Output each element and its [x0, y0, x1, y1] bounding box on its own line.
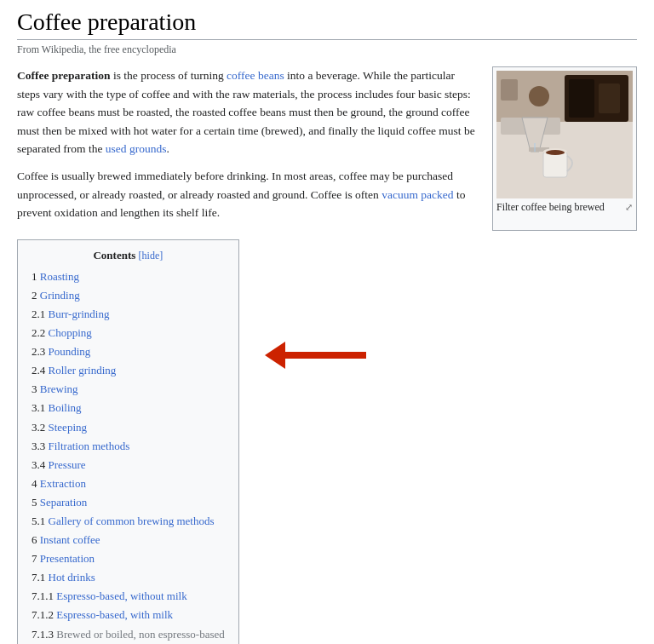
toc-item-2-2: 2.2 Chopping [32, 324, 225, 342]
toc-link-boiling[interactable]: Boiling [49, 401, 82, 414]
toc-link-pressure[interactable]: Pressure [49, 458, 86, 471]
toc-item-5-1: 5.1 Gallery of common brewing methods [32, 512, 225, 531]
coffee-image [496, 71, 633, 198]
toc-item-2-1: 2.1 Burr-grinding [32, 305, 225, 324]
svg-rect-3 [569, 79, 594, 118]
caption-row: Filter coffee being brewed ⤢ [496, 198, 633, 214]
toc-item-3-4: 3.4 Pressure [32, 456, 225, 474]
toc-item-2-3: 2.3 Pounding [32, 342, 225, 361]
vacuum-packed-link[interactable]: vacuum packed [382, 188, 453, 201]
toc-link-gallery[interactable]: Gallery of common brewing methods [49, 515, 215, 527]
intro-bold: Coffee preparation [17, 69, 111, 82]
page-wrapper: Coffee preparation From Wikipedia, the f… [0, 0, 654, 644]
toc-link-presentation[interactable]: Presentation [40, 552, 95, 565]
toc-item-3-2: 3.2 Steeping [32, 418, 225, 437]
coffee-image-svg [496, 71, 633, 198]
toc-link-chopping[interactable]: Chopping [49, 326, 92, 339]
toc-item-5: 5 Separation [32, 493, 225, 512]
toc-item-7-1-1: 7.1.1 Espresso-based, without milk [32, 587, 225, 606]
toc-title: Contents [hide] [32, 249, 225, 262]
toc-link-instant-coffee[interactable]: Instant coffee [40, 533, 100, 546]
toc-item-2: 2 Grinding [32, 286, 225, 305]
toc-link-brewed-boiled[interactable]: Brewed or boiled, non espresso-based [56, 628, 224, 641]
infobox-image: Filter coffee being brewed ⤢ [492, 66, 637, 231]
toc-item-6: 6 Instant coffee [32, 531, 225, 549]
content-area: Coffee preparation From Wikipedia, the f… [0, 0, 654, 644]
toc-item-7-1: 7.1 Hot drinks [32, 568, 225, 587]
intro-paragraph-1: Coffee preparation is the process of tur… [17, 66, 479, 158]
toc-item-4: 4 Extraction [32, 474, 225, 493]
svg-point-12 [529, 86, 549, 106]
toc-item-1: 1 Roasting [32, 267, 225, 286]
arrow-line [285, 352, 366, 359]
toc-item-7-1-3: 7.1.3 Brewed or boiled, non espresso-bas… [32, 625, 225, 644]
toc-link-filtration[interactable]: Filtration methods [49, 440, 130, 452]
red-arrow [265, 342, 366, 369]
toc-item-3-3: 3.3 Filtration methods [32, 437, 225, 456]
toc-link-roller-grinding[interactable]: Roller grinding [49, 364, 117, 377]
toc-link-roasting[interactable]: Roasting [40, 270, 79, 283]
table-of-contents: Contents [hide] 1 Roasting 2 Grinding 2.… [17, 239, 239, 644]
toc-item-3-1: 3.1 Boiling [32, 399, 225, 417]
toc-link-espresso-milk[interactable]: Espresso-based, with milk [56, 608, 173, 621]
toc-link-pounding[interactable]: Pounding [49, 345, 91, 358]
content-lower: Contents [hide] 1 Roasting 2 Grinding 2.… [17, 239, 637, 644]
toc-link-grinding[interactable]: Grinding [40, 289, 80, 302]
toc-link-burr-grinding[interactable]: Burr-grinding [49, 308, 110, 320]
coffee-beans-link[interactable]: coffee beans [227, 69, 284, 82]
from-wikipedia: From Wikipedia, the free encyclopedia [17, 43, 637, 56]
toc-item-2-4: 2.4 Roller grinding [32, 361, 225, 380]
toc-item-7-1-2: 7.1.2 Espresso-based, with milk [32, 606, 225, 624]
toc-list: 1 Roasting 2 Grinding 2.1 Burr-grinding … [32, 267, 225, 644]
toc-item-7: 7 Presentation [32, 549, 225, 568]
toc-hide-link[interactable]: [hide] [139, 250, 164, 262]
used-grounds-link[interactable]: used grounds [106, 142, 167, 155]
toc-link-extraction[interactable]: Extraction [40, 477, 86, 490]
svg-point-10 [546, 150, 565, 155]
svg-rect-4 [599, 83, 620, 113]
arrow-head [265, 342, 285, 369]
expand-icon[interactable]: ⤢ [625, 202, 633, 213]
svg-rect-11 [501, 79, 518, 101]
svg-rect-8 [543, 152, 567, 177]
toc-link-espresso-no-milk[interactable]: Espresso-based, without milk [56, 589, 186, 602]
image-caption: Filter coffee being brewed [496, 201, 605, 214]
toc-link-brewing[interactable]: Brewing [40, 382, 78, 395]
arrow-area [239, 239, 637, 644]
intro-paragraph-2: Coffee is usually brewed immediately bef… [17, 167, 479, 222]
intro-section: Coffee preparation is the process of tur… [17, 66, 479, 231]
toc-link-separation[interactable]: Separation [40, 496, 88, 509]
intro-text: Coffee preparation is the process of tur… [17, 66, 479, 222]
toc-link-steeping[interactable]: Steeping [49, 421, 88, 434]
page-title: Coffee preparation [17, 9, 637, 40]
toc-item-3: 3 Brewing [32, 380, 225, 399]
toc-link-hot-drinks[interactable]: Hot drinks [49, 571, 95, 584]
